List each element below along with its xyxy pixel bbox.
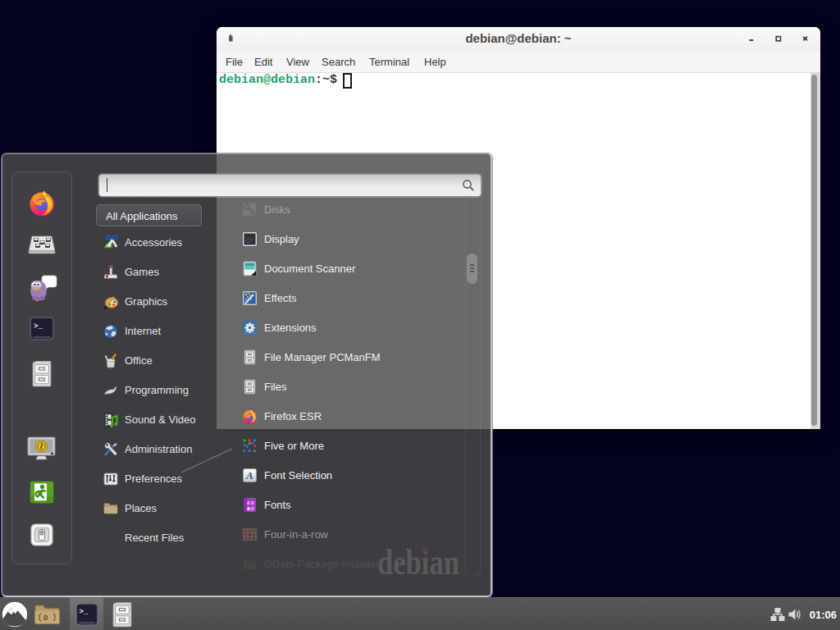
- svg-text:>_: >_: [80, 608, 89, 616]
- svg-text:a: a: [251, 504, 254, 512]
- svg-text:A: A: [245, 469, 253, 482]
- svg-text:D: D: [43, 614, 48, 623]
- svg-text:a: a: [247, 504, 250, 512]
- svg-text:>_: >_: [34, 322, 43, 331]
